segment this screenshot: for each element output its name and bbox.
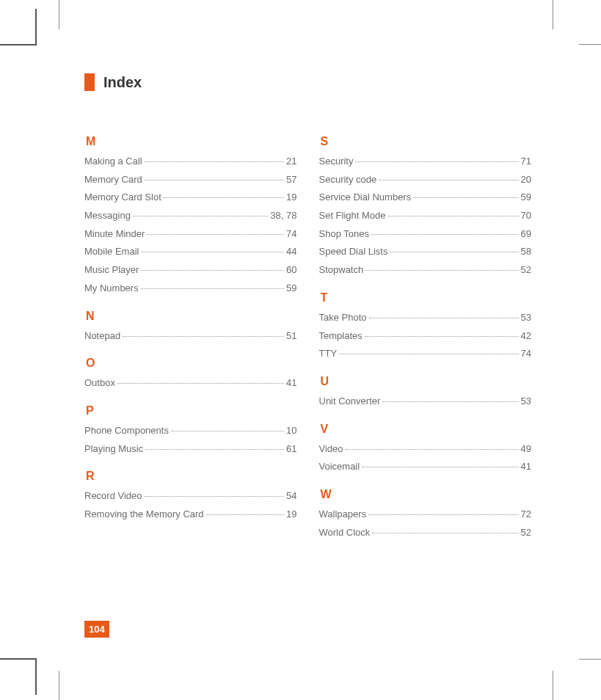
index-section-letter: S bbox=[321, 135, 532, 148]
index-entry: World Clock52 bbox=[319, 524, 532, 542]
index-entry-label: Phone Components bbox=[84, 422, 169, 440]
index-entry-page: 58 bbox=[521, 243, 531, 261]
index-entry: Outbox41 bbox=[84, 374, 297, 393]
index-entry-page: 41 bbox=[286, 374, 296, 393]
index-entry-label: Shop Tones bbox=[319, 225, 369, 244]
index-entry: Video49 bbox=[319, 440, 532, 459]
index-entry: Memory Card57 bbox=[84, 171, 297, 189]
crop-mark bbox=[553, 671, 553, 700]
index-entry: Mobile Email44 bbox=[84, 243, 297, 261]
index-entry-page: 41 bbox=[521, 458, 531, 476]
index-entry-label: Speed Dial Lists bbox=[319, 243, 388, 261]
index-entry: Take Photo53 bbox=[319, 309, 532, 327]
index-entry: Playing Music61 bbox=[84, 440, 297, 459]
index-entry: Voicemail41 bbox=[319, 458, 532, 476]
index-entry: Shop Tones69 bbox=[319, 225, 532, 244]
index-entry: Unit Converter53 bbox=[319, 393, 532, 411]
leader-dots bbox=[123, 336, 284, 337]
index-entry: Speed Dial Lists58 bbox=[319, 243, 532, 261]
index-entry-page: 19 bbox=[286, 506, 296, 524]
index-entry-page: 38, 78 bbox=[270, 207, 296, 225]
index-entry-page: 59 bbox=[286, 280, 296, 298]
index-entry-label: Take Photo bbox=[319, 309, 367, 327]
index-entry-page: 74 bbox=[286, 225, 296, 244]
leader-dots bbox=[117, 383, 284, 384]
index-entry: Stopwatch52 bbox=[319, 261, 532, 280]
index-section-letter: M bbox=[86, 135, 297, 148]
index-entry-label: World Clock bbox=[319, 524, 371, 542]
index-entry-label: Security bbox=[319, 153, 354, 171]
index-entry-label: Wallpapers bbox=[319, 506, 367, 524]
index-entry: Notepad51 bbox=[84, 327, 297, 346]
index-entry-label: Unit Converter bbox=[319, 393, 381, 411]
index-section-letter: T bbox=[321, 291, 532, 305]
index-entry-label: Set Flight Mode bbox=[319, 207, 386, 225]
index-entry-page: 70 bbox=[521, 207, 531, 225]
leader-dots bbox=[369, 318, 519, 318]
index-entry: Set Flight Mode70 bbox=[319, 207, 532, 225]
index-entry: Messaging38, 78 bbox=[84, 207, 297, 225]
index-entry-page: 52 bbox=[521, 524, 531, 542]
leader-dots bbox=[171, 431, 284, 431]
index-entry-page: 72 bbox=[521, 506, 531, 524]
leader-dots bbox=[164, 197, 284, 198]
index-entry-page: 71 bbox=[521, 153, 531, 171]
index-section-letter: R bbox=[86, 470, 297, 483]
index-entry-page: 10 bbox=[286, 422, 296, 440]
index-entry-label: Security code bbox=[319, 171, 377, 189]
crop-mark bbox=[579, 659, 601, 660]
page-number: 104 bbox=[84, 621, 109, 638]
index-entry: Removing the Memory Card19 bbox=[84, 506, 297, 524]
leader-dots bbox=[145, 496, 284, 497]
index-entry-page: 60 bbox=[286, 261, 296, 280]
index-entry-page: 21 bbox=[286, 153, 296, 171]
index-entry-label: Service Dial Numbers bbox=[319, 189, 412, 207]
leader-dots bbox=[145, 161, 284, 162]
index-column-left: MMaking a Call21Memory Card57Memory Card… bbox=[84, 135, 297, 542]
index-entry-page: 54 bbox=[286, 487, 296, 506]
index-column-right: SSecurity71Security code20Service Dial N… bbox=[319, 135, 532, 542]
index-entry-page: 69 bbox=[521, 225, 531, 244]
index-entry-label: Memory Card bbox=[84, 171, 142, 189]
index-entry: Record Video54 bbox=[84, 487, 297, 506]
leader-dots bbox=[145, 449, 284, 450]
leader-dots bbox=[141, 252, 284, 252]
page-content: Index MMaking a Call21Memory Card57Memor… bbox=[84, 73, 531, 542]
index-entry-label: Messaging bbox=[84, 207, 131, 225]
leader-dots bbox=[133, 216, 268, 216]
index-entry: Wallpapers72 bbox=[319, 506, 532, 524]
index-entry-label: TTY bbox=[319, 345, 338, 363]
crop-mark bbox=[0, 658, 37, 660]
index-entry-label: Video bbox=[319, 440, 343, 459]
index-entry-label: Voicemail bbox=[319, 458, 360, 476]
index-section-letter: N bbox=[86, 310, 297, 323]
index-section-letter: P bbox=[86, 404, 297, 418]
index-entry-label: Stopwatch bbox=[319, 261, 364, 280]
leader-dots bbox=[362, 467, 518, 467]
leader-dots bbox=[145, 180, 284, 181]
leader-dots bbox=[141, 270, 284, 271]
leader-dots bbox=[379, 180, 518, 181]
index-entry: Memory Card Slot19 bbox=[84, 189, 297, 207]
leader-dots bbox=[382, 401, 518, 402]
index-entry-page: 59 bbox=[521, 189, 531, 207]
index-entry-label: Music Player bbox=[84, 261, 139, 280]
index-entry: Music Player60 bbox=[84, 261, 297, 280]
index-entry-label: Mobile Email bbox=[84, 243, 139, 261]
index-entry: Security code20 bbox=[319, 171, 532, 189]
leader-dots bbox=[413, 197, 518, 198]
index-entry-page: 53 bbox=[521, 393, 531, 411]
index-entry-label: Record Video bbox=[84, 487, 142, 506]
index-entry-page: 20 bbox=[521, 171, 531, 189]
page-header: Index bbox=[84, 73, 531, 91]
index-entry: Templates42 bbox=[319, 327, 532, 346]
index-entry-label: Templates bbox=[319, 327, 363, 346]
leader-dots bbox=[141, 288, 284, 289]
index-entry-label: Playing Music bbox=[84, 440, 143, 459]
index-entry: Security71 bbox=[319, 153, 532, 171]
leader-dots bbox=[388, 216, 519, 216]
leader-dots bbox=[368, 514, 518, 515]
index-entry-label: Notepad bbox=[84, 327, 120, 346]
index-entry: Service Dial Numbers59 bbox=[319, 189, 532, 207]
index-entry-label: Removing the Memory Card bbox=[84, 506, 204, 524]
